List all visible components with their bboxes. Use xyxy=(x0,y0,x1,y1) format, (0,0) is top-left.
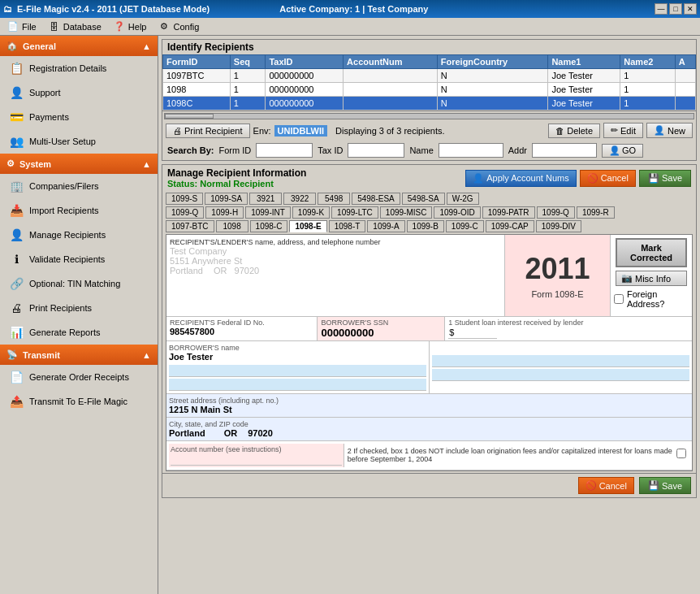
tab-1098-e[interactable]: 1098-E xyxy=(289,220,326,232)
tab-1099-b[interactable]: 1099-B xyxy=(407,220,444,232)
name-search-input[interactable] xyxy=(439,143,503,158)
tab-w2g[interactable]: W-2G xyxy=(447,193,479,205)
sidebar-system-label: System xyxy=(19,159,51,169)
content-area: Identify Recipients FormID Seq TaxID Acc… xyxy=(158,36,700,594)
sidebar-general-header[interactable]: 🏠 General ▲ xyxy=(0,36,158,56)
sidebar-item-print[interactable]: 🖨 Print Recipients xyxy=(0,296,158,320)
menu-file[interactable]: 📄 File xyxy=(2,19,41,35)
tab-1098-t[interactable]: 1098-T xyxy=(329,220,366,232)
borrower-name-label: BORROWER'S name xyxy=(169,344,426,352)
sidebar-item-companies[interactable]: 🏢 Companies/Filers xyxy=(0,174,158,198)
form-top-row: RECIPIENT'S/LENDER'S name, address, and … xyxy=(166,235,692,317)
sidebar-item-manage[interactable]: 👤 Manage Recipients xyxy=(0,223,158,247)
tab-1097-btc[interactable]: 1097-BTC xyxy=(166,220,214,232)
tab-1099-misc[interactable]: 1099-MISC xyxy=(380,206,433,219)
tab-1099-r[interactable]: 1099-R xyxy=(577,206,615,219)
print-recipient-button[interactable]: 🖨 Print Recipient xyxy=(166,124,250,138)
addr-search-input[interactable] xyxy=(532,143,597,158)
sidebar-item-order-receipts[interactable]: 📄 Generate Order Receipts xyxy=(0,365,158,389)
tab-1099-h[interactable]: 1099-H xyxy=(205,206,244,219)
borrower-ssn-label: BORROWER'S SSN xyxy=(321,319,441,327)
sidebar-item-import[interactable]: 📥 Import Recipients xyxy=(0,198,158,223)
edit-button[interactable]: ✏ Edit xyxy=(603,123,643,138)
sidebar-item-payments[interactable]: 💳 Payments xyxy=(0,105,158,129)
database-icon: 🗄 xyxy=(48,20,61,33)
table-scrollbar[interactable] xyxy=(162,111,696,120)
scroll-thumb[interactable] xyxy=(165,114,214,119)
tab-1099-k[interactable]: 1099-K xyxy=(292,206,330,219)
cell-a xyxy=(675,69,695,83)
menu-config[interactable]: ⚙ Config xyxy=(153,19,204,35)
tab-1098[interactable]: 1098 xyxy=(216,220,248,232)
sidebar-import-label: Import Recipients xyxy=(29,206,99,215)
maximize-button[interactable]: □ xyxy=(669,3,682,15)
menu-database[interactable]: 🗄 Database xyxy=(43,19,106,35)
sidebar: 🏠 General ▲ 📋 Registration Details 👤 Sup… xyxy=(0,36,158,594)
sidebar-item-validate[interactable]: ℹ Validate Recipients xyxy=(0,247,158,271)
col-accountnum: AccountNum xyxy=(344,55,438,69)
cancel-bottom-button[interactable]: 🚫 Cancel xyxy=(578,477,634,494)
save-manage-button[interactable]: 💾 Save xyxy=(639,170,691,187)
tab-5498-esa[interactable]: 5498-ESA xyxy=(352,193,400,205)
sidebar-item-tin[interactable]: 🔗 Optional: TIN Matching xyxy=(0,271,158,296)
tab-3922[interactable]: 3922 xyxy=(283,193,316,205)
state-value: OR xyxy=(224,428,238,438)
sidebar-item-registration[interactable]: 📋 Registration Details xyxy=(0,56,158,80)
sidebar-system-header[interactable]: ⚙ System ▲ xyxy=(0,154,158,174)
tab-1099-int[interactable]: 1099-INT xyxy=(245,206,291,219)
tab-1099-c[interactable]: 1099-C xyxy=(446,220,484,232)
tab-1099-sa[interactable]: 1099-SA xyxy=(205,193,248,205)
tab-1099-q[interactable]: 1099-Q xyxy=(166,206,204,219)
tab-1099-s[interactable]: 1099-S xyxy=(166,193,203,205)
apply-account-button[interactable]: 👤 Apply Account Nums xyxy=(465,170,577,187)
table-row[interactable]: 1098 1 000000000 N Joe Tester 1 xyxy=(163,83,696,97)
minimize-button[interactable]: — xyxy=(655,3,668,15)
account-input[interactable] xyxy=(171,453,342,466)
box2-checkbox[interactable] xyxy=(676,449,686,458)
tabs-row-3: 1097-BTC 1098 1098-C 1098-E 1098-T 1099-… xyxy=(166,220,693,232)
name-search-label: Name xyxy=(409,145,433,155)
student-loan-input[interactable] xyxy=(448,327,497,339)
order-receipts-icon: 📄 xyxy=(8,369,24,385)
window-controls[interactable]: — □ ✕ xyxy=(655,3,697,15)
formid-search-input[interactable] xyxy=(256,143,313,158)
tab-3921[interactable]: 3921 xyxy=(249,193,282,205)
borrower-extra-input1[interactable] xyxy=(432,355,689,367)
taxid-search-input[interactable] xyxy=(348,143,404,158)
search-go-button[interactable]: 👤 GO xyxy=(602,144,643,158)
tab-5498-sa[interactable]: 5498-SA xyxy=(402,193,445,205)
delete-icon: 🗑 xyxy=(555,126,564,136)
file-icon: 📄 xyxy=(6,20,19,33)
printer-icon: 🖨 xyxy=(173,126,182,136)
close-button[interactable]: ✕ xyxy=(684,3,697,15)
scroll-track[interactable] xyxy=(164,113,694,119)
new-button[interactable]: 👤 New xyxy=(646,123,693,138)
sidebar-item-support[interactable]: 👤 Support xyxy=(0,80,158,105)
save-bottom-button[interactable]: 💾 Save xyxy=(639,477,691,494)
tab-1098-c[interactable]: 1098-C xyxy=(250,220,288,232)
borrower-name-input2[interactable] xyxy=(169,379,426,391)
sidebar-item-multiuser[interactable]: 👥 Multi-User Setup xyxy=(0,129,158,154)
menu-help[interactable]: ❓ Help xyxy=(108,19,152,35)
borrower-name-input1[interactable] xyxy=(169,365,426,377)
sidebar-item-reports[interactable]: 📊 Generate Reports xyxy=(0,320,158,345)
tab-1099-div[interactable]: 1099-DIV xyxy=(536,220,581,232)
mark-corrected-button[interactable]: Mark Corrected xyxy=(616,238,687,267)
cancel-manage-button[interactable]: 🚫 Cancel xyxy=(580,170,636,187)
table-row[interactable]: 1098C 1 000000000 N Joe Tester 1 xyxy=(163,97,696,111)
foreign-address-checkbox[interactable] xyxy=(614,294,624,304)
borrower-extra-input2[interactable] xyxy=(432,369,689,381)
tab-1099-oid[interactable]: 1099-OID xyxy=(434,206,480,219)
tab-1099-ltc[interactable]: 1099-LTC xyxy=(331,206,378,219)
tab-1099-a[interactable]: 1099-A xyxy=(367,220,404,232)
tab-5498[interactable]: 5498 xyxy=(318,193,350,205)
tab-1099-cap[interactable]: 1099-CAP xyxy=(486,220,534,232)
tab-1099-patr[interactable]: 1099-PATR xyxy=(482,206,535,219)
table-row[interactable]: 1097BTC 1 000000000 N Joe Tester 1 xyxy=(163,69,696,83)
sidebar-item-transmit-efile[interactable]: 📤 Transmit To E-File Magic xyxy=(0,389,158,414)
delete-button[interactable]: 🗑 Delete xyxy=(548,124,600,138)
misc-info-button[interactable]: 📷 Misc Info xyxy=(616,271,687,286)
sidebar-transmit-header[interactable]: 📡 Transmit ▲ xyxy=(0,345,158,365)
tab-1099-q2[interactable]: 1099-Q xyxy=(537,206,575,219)
reports-icon: 📊 xyxy=(8,324,24,340)
